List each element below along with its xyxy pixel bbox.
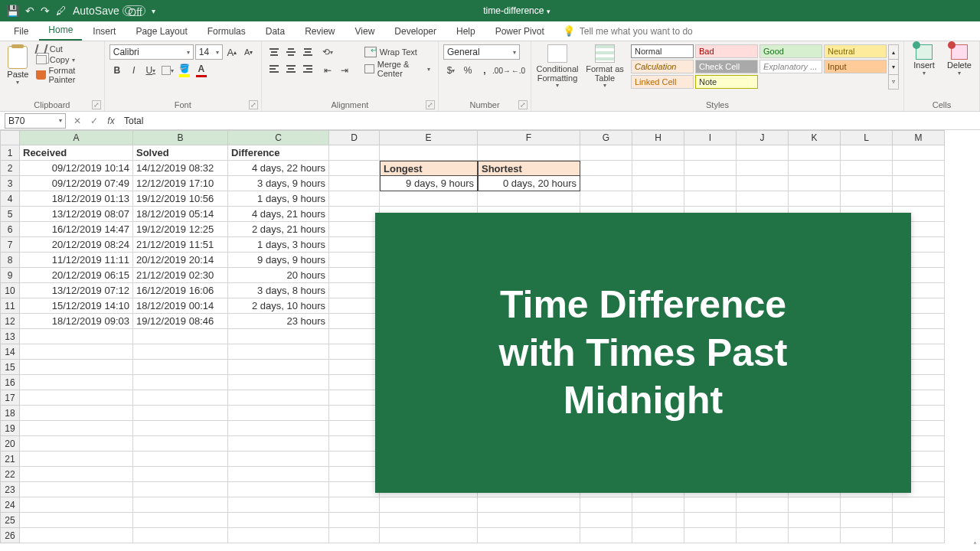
cell-J26[interactable] (737, 528, 789, 543)
align-center-button[interactable] (283, 61, 299, 77)
tab-data[interactable]: Data (256, 23, 294, 41)
cell-A4[interactable]: 18/12/2019 01:13 (20, 191, 133, 207)
cell-I3[interactable] (684, 176, 737, 191)
cell-A24[interactable] (20, 497, 133, 513)
cell-E26[interactable] (380, 528, 478, 543)
cell-B1[interactable]: Solved (133, 145, 228, 161)
cell-B9[interactable]: 21/12/2019 02:30 (133, 268, 228, 283)
redo-icon[interactable]: ↷ (41, 5, 50, 17)
cell-D12[interactable] (329, 314, 380, 329)
cell-E24[interactable] (380, 497, 478, 513)
cell-B6[interactable]: 19/12/2019 12:25 (133, 222, 228, 237)
cell-A5[interactable]: 13/12/2019 08:07 (20, 207, 133, 222)
cell-A6[interactable]: 16/12/2019 14:47 (20, 222, 133, 237)
cell-C17[interactable] (228, 390, 329, 406)
clipboard-dialog-launcher[interactable]: ⤢ (92, 100, 101, 109)
font-name-combo[interactable]: Calibri▾ (109, 44, 194, 60)
paste-button[interactable]: Paste ▾ (5, 44, 31, 86)
cell-L3[interactable] (841, 176, 893, 191)
cell-C22[interactable] (228, 467, 329, 482)
row-header[interactable]: 12 (0, 314, 20, 329)
cell-A2[interactable]: 09/12/2019 10:14 (20, 161, 133, 176)
cell-D15[interactable] (329, 360, 380, 375)
style-bad[interactable]: Bad (695, 44, 758, 58)
cell-J24[interactable] (737, 497, 789, 513)
cell-C2[interactable]: 4 days, 22 hours (228, 161, 329, 176)
cell-A8[interactable]: 11/12/2019 11:11 (20, 253, 133, 268)
grow-font-button[interactable]: A▴ (224, 44, 240, 60)
align-left-button[interactable] (266, 61, 282, 77)
cell-M26[interactable] (893, 528, 945, 543)
cell-K2[interactable] (789, 161, 841, 176)
cell-B7[interactable]: 21/12/2019 11:51 (133, 237, 228, 253)
row-header[interactable]: 20 (0, 436, 20, 452)
cell-C19[interactable] (228, 421, 329, 436)
tab-page-layout[interactable]: Page Layout (126, 23, 196, 41)
cell-D2[interactable] (329, 161, 380, 176)
cell-F1[interactable] (478, 145, 580, 161)
cell-B15[interactable] (133, 360, 228, 375)
cell-F26[interactable] (478, 528, 580, 543)
cell-F25[interactable] (478, 513, 580, 528)
enter-formula-button[interactable]: ✓ (86, 116, 103, 126)
row-header[interactable]: 15 (0, 360, 20, 375)
align-top-button[interactable] (266, 44, 282, 60)
cell-L24[interactable] (841, 497, 893, 513)
cell-B11[interactable]: 18/12/2019 00:14 (133, 298, 228, 314)
col-header-G[interactable]: G (580, 130, 632, 145)
cell-C6[interactable]: 2 days, 21 hours (228, 222, 329, 237)
bold-button[interactable]: B (109, 63, 125, 78)
row-header[interactable]: 3 (0, 176, 20, 191)
cell-D19[interactable] (329, 421, 380, 436)
cell-A11[interactable]: 15/12/2019 14:10 (20, 298, 133, 314)
cell-B17[interactable] (133, 390, 228, 406)
cell-M1[interactable] (893, 145, 945, 161)
cell-J4[interactable] (737, 191, 789, 207)
increase-indent-button[interactable]: ⇥ (337, 63, 352, 78)
cell-G24[interactable] (580, 497, 632, 513)
cell-A23[interactable] (20, 482, 133, 497)
cancel-formula-button[interactable]: ✕ (69, 116, 86, 126)
col-header-K[interactable]: K (789, 130, 841, 145)
cell-A15[interactable] (20, 360, 133, 375)
cell-G2[interactable] (580, 161, 632, 176)
copy-button[interactable]: Copy ▾ (36, 55, 100, 64)
save-icon[interactable]: 💾 (6, 5, 19, 17)
cell-H2[interactable] (632, 161, 684, 176)
cell-D23[interactable] (329, 482, 380, 497)
tab-formulas[interactable]: Formulas (198, 23, 255, 41)
cell-K1[interactable] (789, 145, 841, 161)
cell-F2[interactable]: Shortest (478, 161, 580, 176)
col-header-F[interactable]: F (478, 130, 580, 145)
cell-D17[interactable] (329, 390, 380, 406)
cell-L26[interactable] (841, 528, 893, 543)
cell-C5[interactable]: 4 days, 21 hours (228, 207, 329, 222)
qat-customize-icon[interactable]: ▾ (152, 7, 155, 15)
tab-power-pivot[interactable]: Power Pivot (486, 23, 554, 41)
align-bottom-button[interactable] (300, 44, 315, 60)
cell-D10[interactable] (329, 283, 380, 298)
cell-C11[interactable]: 2 days, 10 hours (228, 298, 329, 314)
cell-C18[interactable] (228, 406, 329, 421)
row-header[interactable]: 26 (0, 528, 20, 543)
style-neutral[interactable]: Neutral (824, 44, 887, 58)
cell-C7[interactable]: 1 days, 3 hours (228, 237, 329, 253)
cell-E4[interactable] (380, 191, 478, 207)
delete-cells-button[interactable]: Delete▾ (944, 44, 975, 77)
cell-A10[interactable]: 13/12/2019 07:12 (20, 283, 133, 298)
accounting-format-button[interactable]: $▾ (443, 63, 459, 78)
cell-B13[interactable] (133, 329, 228, 344)
cell-B18[interactable] (133, 406, 228, 421)
cell-D5[interactable] (329, 207, 380, 222)
cell-M2[interactable] (893, 161, 945, 176)
cell-C16[interactable] (228, 375, 329, 390)
cell-A3[interactable]: 09/12/2019 07:49 (20, 176, 133, 191)
cell-A16[interactable] (20, 375, 133, 390)
align-middle-button[interactable] (283, 44, 299, 60)
row-header[interactable]: 25 (0, 513, 20, 528)
cell-D3[interactable] (329, 176, 380, 191)
cell-A20[interactable] (20, 436, 133, 452)
undo-icon[interactable]: ↶ (25, 5, 34, 17)
cell-B21[interactable] (133, 452, 228, 467)
cell-A18[interactable] (20, 406, 133, 421)
